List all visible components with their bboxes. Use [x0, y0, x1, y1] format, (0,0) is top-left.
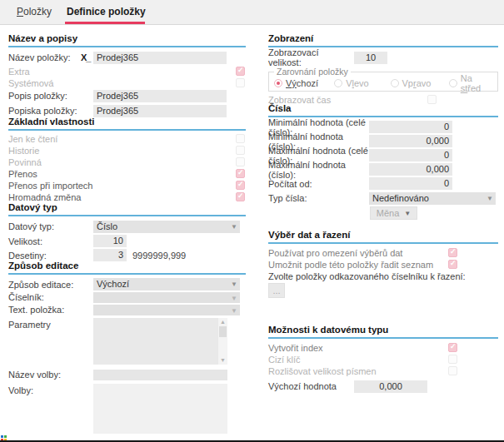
right-column: Zobrazení Zobrazovací velikost: 10 Zarov…: [268, 32, 498, 442]
systemova-checkbox[interactable]: [236, 78, 245, 87]
nazev-polozky-input[interactable]: Prodej365: [93, 52, 227, 64]
radio-vpravo[interactable]: Vpravo: [391, 78, 449, 88]
section-zakladni-vlastnosti: Základní vlastnosti Jen ke čtení Histori…: [8, 117, 246, 203]
parametry-scrollbar[interactable]: ▲ ▼: [218, 318, 227, 365]
jen-ke-cteni-checkbox[interactable]: [236, 134, 245, 143]
radio-icon: [391, 79, 399, 87]
field-label: Počítat od:: [268, 179, 369, 189]
nazev-volby-input[interactable]: [93, 370, 227, 380]
dropdown-value: Číslo: [97, 221, 117, 231]
field-label: Velikost:: [8, 236, 93, 246]
max-hodnota-cele-input[interactable]: 0: [369, 149, 452, 161]
chevron-down-icon: ▼: [231, 292, 237, 305]
tab-definice-label: Definice položky: [67, 6, 146, 17]
max-hodnota-cislo-input[interactable]: 0,000: [369, 163, 452, 176]
checkbox-label: Systémová: [8, 78, 93, 88]
alignment-radio-group: Výchozí Vlevo Vpravo Na střed: [274, 77, 494, 90]
min-hodnota-cislo-input[interactable]: 0,000: [369, 135, 452, 147]
popiska-polozky-input[interactable]: Prodej365: [93, 105, 227, 117]
popis-polozky-input[interactable]: Prodej365: [93, 90, 227, 102]
zpusob-editace-dropdown[interactable]: Výchozí▼: [93, 278, 240, 291]
checkbox-label: Cizí klíč: [268, 355, 448, 365]
section-title: Základní vlastnosti: [8, 117, 246, 131]
historie-checkbox[interactable]: [236, 146, 245, 155]
field-popis-polozky: Popis položky: Prodej365: [8, 89, 246, 102]
checkbox-label: Povinná: [8, 157, 236, 167]
cizi-klic-checkbox[interactable]: [448, 355, 457, 364]
checkbox-row-historie: Historie: [8, 145, 246, 156]
checkbox-row-extra: Extra: [8, 66, 246, 77]
min-hodnota-cele-input[interactable]: 0: [369, 121, 452, 133]
tab-polozky-accesskey: P: [17, 6, 23, 17]
section-zobrazeni: Zobrazení Zobrazovací velikost: 10 Zarov…: [268, 33, 498, 106]
dropdown-value: Výchozí: [97, 279, 129, 289]
rozlisovat-checkbox[interactable]: [448, 366, 457, 375]
prenos-checkbox[interactable]: [236, 169, 245, 178]
field-volby: Volby:: [8, 384, 246, 434]
zobrazovaci-velikost-input[interactable]: 10: [354, 52, 387, 64]
scrollbar-thumb[interactable]: [219, 326, 227, 337]
radio-vlevo[interactable]: Vlevo: [334, 78, 390, 88]
pouzivat-checkbox[interactable]: [448, 248, 457, 257]
section-cisla: Čísla Minimální hodnota (celé číslo): 0 …: [268, 103, 498, 220]
povinna-checkbox[interactable]: [236, 157, 245, 166]
tab-polozky-label: oložky: [23, 6, 52, 17]
checkbox-row-hromadna-zmena: Hromadná změna: [8, 191, 246, 202]
text-polozka-dropdown[interactable]: ▼: [93, 305, 240, 315]
field-parametry: Parametry ▲ ▼: [8, 318, 246, 365]
section-title: Zobrazení: [268, 33, 498, 47]
hromadna-zmena-checkbox[interactable]: [236, 192, 245, 201]
app-logo: [1, 435, 7, 440]
checkbox-label: Přenos: [8, 169, 236, 179]
radio-vychozi[interactable]: Výchozí: [274, 78, 334, 88]
choose-sort-items-button[interactable]: ...: [268, 283, 285, 298]
field-label: Popiska položky:: [8, 106, 93, 116]
extra-checkbox[interactable]: [236, 67, 245, 76]
tab-definice-polozky[interactable]: Definice položky: [67, 6, 146, 17]
checkbox-label: Používat pro omezení výběrů dat: [268, 248, 448, 258]
vychozi-hodnota-input[interactable]: 0,000: [354, 380, 427, 393]
scroll-down-icon[interactable]: ▼: [218, 356, 227, 365]
volby-textarea[interactable]: [93, 384, 227, 434]
checkbox-row-prenos: Přenos: [8, 168, 246, 179]
field-popiska-polozky: Popiska položky: Prodej365: [8, 104, 246, 117]
section-title: Možnosti k datovému typu: [268, 325, 498, 339]
field-zobrazovaci-velikost: Zobrazovací velikost: 10: [268, 51, 498, 64]
checkbox-label: Přenos při importech: [8, 181, 236, 191]
field-desetiny: Desetiny: 3 9999999,999: [8, 249, 246, 261]
field-label: Parametry: [8, 318, 93, 330]
ciselnik-dropdown[interactable]: ▼: [93, 292, 240, 303]
field-pocitat-od: Počítat od: 0: [268, 177, 498, 190]
velikost-input[interactable]: 10: [93, 235, 127, 247]
checkbox-label: Umožnit podle této položky řadit seznam: [268, 260, 448, 270]
group-legend: Zarovnání položky: [274, 67, 351, 77]
field-label: Typ čísla:: [268, 193, 369, 203]
tab-polozky[interactable]: Položky: [17, 6, 52, 17]
chevron-down-icon: ▼: [231, 221, 237, 233]
pocitat-od-input[interactable]: 0: [369, 177, 452, 190]
checkbox-label: Extra: [8, 67, 93, 77]
datovy-typ-dropdown[interactable]: Číslo▼: [93, 221, 240, 233]
checkbox-row-cizi-klic: Cizí klíč: [268, 354, 498, 365]
mena-button[interactable]: Měna▼: [370, 206, 417, 220]
parametry-textarea[interactable]: ▲ ▼: [93, 318, 227, 365]
section-nazev-a-popisy: Název a popisy Název položky: X_ Prodej3…: [8, 33, 246, 119]
field-label: Název položky:: [8, 52, 81, 62]
desetiny-input[interactable]: 3: [93, 249, 127, 261]
field-label: Maximální hodnota (číslo):: [268, 160, 369, 180]
field-label: Desetiny:: [8, 251, 93, 261]
prenos-pri-importech-checkbox[interactable]: [236, 181, 245, 190]
field-nazev-volby: Název volby:: [8, 369, 246, 380]
scroll-up-icon[interactable]: ▲: [218, 318, 227, 326]
typ-cisla-dropdown[interactable]: Nedefinováno▼: [369, 192, 496, 205]
radio-icon: [449, 79, 457, 87]
field-typ-cisla: Typ čísla: Nedefinováno▼: [268, 191, 498, 205]
vytvorit-index-checkbox[interactable]: [448, 343, 457, 352]
checkbox-row-rozlisovat: Rozlišovat velikost písmen: [268, 365, 498, 376]
radio-na-stred[interactable]: Na střed: [449, 73, 494, 93]
button-label: ...: [272, 286, 280, 295]
checkbox-row-umoznit: Umožnit podle této položky řadit seznam: [268, 259, 498, 270]
umoznit-checkbox[interactable]: [448, 260, 457, 269]
field-type-icon: X_: [81, 52, 93, 62]
chevron-down-icon: ▼: [231, 278, 237, 291]
